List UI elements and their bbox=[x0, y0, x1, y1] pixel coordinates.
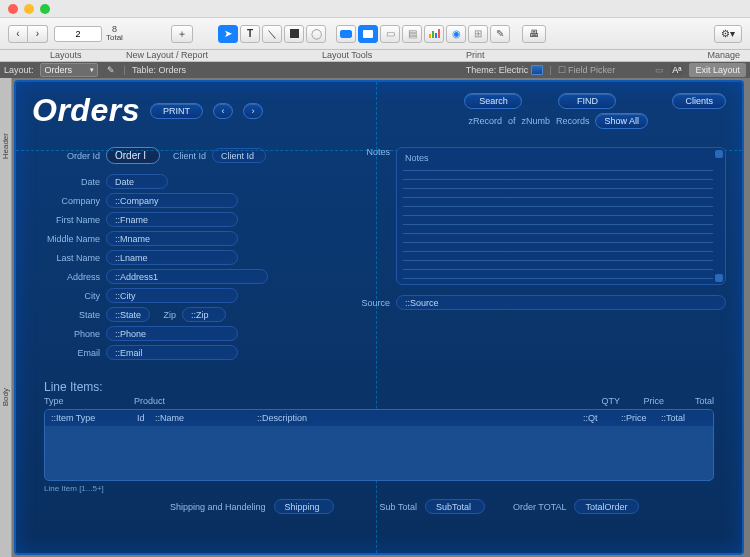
scroll-up-icon[interactable] bbox=[715, 150, 723, 158]
portal-tool-icon[interactable]: ▤ bbox=[402, 25, 422, 43]
city-field[interactable]: ::City bbox=[106, 288, 238, 303]
svg-rect-2 bbox=[435, 33, 437, 38]
edit-layout-icon[interactable]: ✎ bbox=[104, 63, 118, 77]
nav-forward-button[interactable]: › bbox=[28, 25, 48, 43]
subtotal-field[interactable]: SubTotal bbox=[425, 499, 485, 514]
text-style-button[interactable]: Aª bbox=[670, 65, 683, 75]
print-tool-icon[interactable]: 🖶 bbox=[522, 25, 546, 43]
manage-label: Manage bbox=[707, 50, 740, 60]
find-button[interactable]: FIND bbox=[558, 93, 616, 109]
table-label: Table: Orders bbox=[132, 65, 186, 75]
screen-icon[interactable]: ▭ bbox=[655, 65, 664, 75]
layout-header: Orders PRINT ‹ › Search FIND Clients zRe… bbox=[16, 82, 742, 137]
client-id-label: Client Id bbox=[166, 151, 206, 161]
workspace: Header Body Orders PRINT ‹ › Search FIND… bbox=[0, 78, 750, 557]
email-field[interactable]: ::Email bbox=[106, 345, 238, 360]
next-record-button[interactable]: › bbox=[243, 103, 263, 119]
address-label: Address bbox=[32, 272, 100, 282]
record-number-input[interactable] bbox=[54, 26, 102, 42]
first-name-field[interactable]: ::Fname bbox=[106, 212, 238, 227]
page-title: Orders bbox=[32, 92, 140, 129]
window-minimize-icon[interactable] bbox=[24, 4, 34, 14]
last-name-field[interactable]: ::Lname bbox=[106, 250, 238, 265]
li-type-field[interactable]: ::Item Type bbox=[51, 413, 137, 423]
window-zoom-icon[interactable] bbox=[40, 4, 50, 14]
manage-gear-button[interactable]: ⚙▾ bbox=[714, 25, 742, 43]
toolbar-labels: Layouts New Layout / Report Layout Tools… bbox=[0, 50, 750, 62]
header-part-label[interactable]: Header bbox=[1, 133, 10, 159]
layout-dropdown[interactable]: Orders bbox=[40, 63, 98, 77]
exit-layout-button[interactable]: Exit Layout bbox=[689, 63, 746, 77]
of-label: of bbox=[508, 116, 516, 126]
prev-record-button[interactable]: ‹ bbox=[213, 103, 233, 119]
window-close-icon[interactable] bbox=[8, 4, 18, 14]
li-desc-field[interactable]: ::Description bbox=[257, 413, 583, 423]
line-items-portal[interactable]: ::Item Type Id ::Name ::Description ::Qt… bbox=[44, 409, 714, 481]
part-tool-icon[interactable] bbox=[358, 25, 378, 43]
body-part-label[interactable]: Body bbox=[1, 388, 10, 406]
li-name-field[interactable]: ::Name bbox=[155, 413, 257, 423]
format-tool-icon[interactable]: ✎ bbox=[490, 25, 510, 43]
zip-label: Zip bbox=[156, 310, 176, 320]
date-field[interactable]: Date bbox=[106, 174, 168, 189]
tab-tool-icon[interactable]: ▭ bbox=[380, 25, 400, 43]
shipping-field[interactable]: Shipping bbox=[274, 499, 334, 514]
line-tool-icon[interactable]: ＼ bbox=[262, 25, 282, 43]
clients-button[interactable]: Clients bbox=[672, 93, 726, 109]
web-tool-icon[interactable]: ◉ bbox=[446, 25, 466, 43]
phone-label: Phone bbox=[32, 329, 100, 339]
form-right-column: Notes Notes Source ::Source bbox=[350, 147, 726, 364]
company-field[interactable]: ::Company bbox=[106, 193, 238, 208]
col-total: Total bbox=[664, 396, 714, 406]
scroll-down-icon[interactable] bbox=[715, 274, 723, 282]
znumb-label: zNumb bbox=[521, 116, 550, 126]
new-layout-button[interactable]: ＋ bbox=[171, 25, 193, 43]
svg-rect-1 bbox=[432, 31, 434, 38]
layouts-label: Layouts bbox=[50, 50, 82, 60]
email-label: Email bbox=[32, 348, 100, 358]
svg-rect-0 bbox=[429, 34, 431, 38]
show-all-button[interactable]: Show All bbox=[595, 113, 648, 129]
state-label: State bbox=[32, 310, 100, 320]
layout-tools-label: Layout Tools bbox=[322, 50, 372, 60]
rect-tool-icon[interactable] bbox=[284, 25, 304, 43]
company-label: Company bbox=[32, 196, 100, 206]
line-item-row[interactable]: ::Item Type Id ::Name ::Description ::Qt… bbox=[45, 410, 713, 426]
ordertotal-label: Order TOTAL bbox=[513, 502, 567, 512]
phone-field[interactable]: ::Phone bbox=[106, 326, 238, 341]
totals-row: Shipping and Handeling Shipping Sub Tota… bbox=[16, 493, 742, 520]
state-field[interactable]: ::State bbox=[106, 307, 150, 322]
records-label: Records bbox=[556, 116, 590, 126]
chart-tool-icon[interactable] bbox=[424, 25, 444, 43]
ordertotal-field[interactable]: TotalOrder bbox=[574, 499, 638, 514]
col-price: Price bbox=[620, 396, 664, 406]
search-button[interactable]: Search bbox=[464, 93, 522, 109]
circle-tool-icon[interactable]: ◯ bbox=[306, 25, 326, 43]
address-field[interactable]: ::Address1 bbox=[106, 269, 268, 284]
print-label: Print bbox=[466, 50, 485, 60]
text-tool-icon[interactable]: T bbox=[240, 25, 260, 43]
print-button[interactable]: PRINT bbox=[150, 103, 203, 119]
field-tool-icon[interactable] bbox=[336, 25, 356, 43]
line-item-range-label: Line Item [1...5+] bbox=[44, 484, 742, 493]
notes-field[interactable]: Notes bbox=[396, 147, 726, 285]
theme-indicator[interactable]: Theme: Electric bbox=[466, 65, 544, 75]
layout-tool-icon[interactable]: ⊞ bbox=[468, 25, 488, 43]
notes-label: Notes bbox=[350, 147, 390, 157]
pointer-tool-icon[interactable]: ➤ bbox=[218, 25, 238, 43]
li-price-field[interactable]: ::Price bbox=[621, 413, 661, 423]
layout-canvas[interactable]: Orders PRINT ‹ › Search FIND Clients zRe… bbox=[14, 80, 744, 555]
zip-field[interactable]: ::Zip bbox=[182, 307, 226, 322]
line-items-columns: Type Product QTY Price Total bbox=[16, 396, 742, 406]
li-total-field[interactable]: ::Total bbox=[661, 413, 707, 423]
middle-name-field[interactable]: ::Mname bbox=[106, 231, 238, 246]
svg-rect-3 bbox=[438, 29, 440, 38]
part-labels-gutter: Header Body bbox=[0, 78, 12, 557]
field-picker-toggle[interactable]: ☐ Field Picker bbox=[558, 65, 616, 75]
source-label: Source bbox=[350, 298, 390, 308]
header-right-cluster: Search FIND Clients zRecord of zNumb Rec… bbox=[464, 93, 726, 129]
nav-back-button[interactable]: ‹ bbox=[8, 25, 28, 43]
source-field[interactable]: ::Source bbox=[396, 295, 726, 310]
vertical-guide-icon bbox=[376, 82, 377, 553]
li-qty-field[interactable]: ::Qt bbox=[583, 413, 621, 423]
